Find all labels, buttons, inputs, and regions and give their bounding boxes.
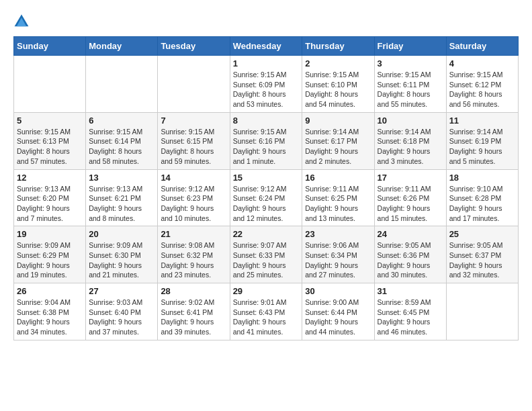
calendar-cell: 20Sunrise: 9:09 AM Sunset: 6:30 PM Dayli…	[86, 226, 158, 283]
calendar-cell: 11Sunrise: 9:14 AM Sunset: 6:19 PM Dayli…	[446, 112, 518, 169]
day-info: Sunrise: 9:11 AM Sunset: 6:26 PM Dayligh…	[378, 184, 443, 224]
day-number: 4	[449, 58, 515, 68]
calendar-cell: 27Sunrise: 9:03 AM Sunset: 6:40 PM Dayli…	[86, 283, 158, 340]
day-info: Sunrise: 9:15 AM Sunset: 6:10 PM Dayligh…	[305, 70, 371, 109]
calendar-cell: 12Sunrise: 9:13 AM Sunset: 6:20 PM Dayli…	[14, 169, 86, 226]
weekday-header-thursday: Thursday	[302, 37, 374, 56]
day-number: 7	[161, 116, 226, 126]
calendar-cell: 22Sunrise: 9:07 AM Sunset: 6:33 PM Dayli…	[230, 226, 302, 283]
calendar-cell: 14Sunrise: 9:12 AM Sunset: 6:23 PM Dayli…	[158, 169, 230, 226]
calendar-cell	[86, 56, 158, 113]
day-info: Sunrise: 9:15 AM Sunset: 6:13 PM Dayligh…	[17, 127, 83, 167]
day-info: Sunrise: 9:02 AM Sunset: 6:41 PM Dayligh…	[161, 298, 226, 337]
day-number: 27	[89, 286, 154, 296]
day-number: 1	[233, 58, 300, 68]
day-number: 5	[17, 116, 83, 126]
day-info: Sunrise: 9:07 AM Sunset: 6:33 PM Dayligh…	[233, 240, 300, 280]
calendar-cell: 21Sunrise: 9:08 AM Sunset: 6:32 PM Dayli…	[158, 226, 230, 283]
day-info: Sunrise: 9:14 AM Sunset: 6:19 PM Dayligh…	[449, 127, 515, 167]
day-info: Sunrise: 9:12 AM Sunset: 6:24 PM Dayligh…	[233, 184, 300, 224]
day-number: 8	[233, 116, 300, 126]
calendar-cell: 5Sunrise: 9:15 AM Sunset: 6:13 PM Daylig…	[14, 112, 86, 169]
week-row-1: 1Sunrise: 9:15 AM Sunset: 6:09 PM Daylig…	[14, 56, 519, 113]
day-number: 28	[161, 286, 226, 296]
weekday-header-saturday: Saturday	[446, 37, 518, 56]
calendar-cell	[158, 56, 230, 113]
calendar-cell: 9Sunrise: 9:14 AM Sunset: 6:17 PM Daylig…	[302, 112, 374, 169]
calendar-cell: 28Sunrise: 9:02 AM Sunset: 6:41 PM Dayli…	[158, 283, 230, 340]
day-number: 19	[17, 229, 83, 239]
day-number: 29	[233, 286, 300, 296]
day-number: 26	[17, 286, 83, 296]
logo-icon	[13, 13, 30, 30]
calendar-cell: 19Sunrise: 9:09 AM Sunset: 6:29 PM Dayli…	[14, 226, 86, 283]
calendar-cell: 4Sunrise: 9:15 AM Sunset: 6:12 PM Daylig…	[446, 56, 518, 113]
weekday-header-monday: Monday	[86, 37, 158, 56]
day-number: 6	[89, 116, 154, 126]
day-info: Sunrise: 9:15 AM Sunset: 6:16 PM Dayligh…	[233, 127, 300, 167]
day-number: 15	[233, 173, 300, 183]
calendar-cell	[446, 283, 518, 340]
calendar-cell: 30Sunrise: 9:00 AM Sunset: 6:44 PM Dayli…	[302, 283, 374, 340]
day-number: 14	[161, 173, 226, 183]
day-info: Sunrise: 9:15 AM Sunset: 6:09 PM Dayligh…	[233, 70, 300, 109]
day-number: 11	[449, 116, 515, 126]
calendar-cell: 8Sunrise: 9:15 AM Sunset: 6:16 PM Daylig…	[230, 112, 302, 169]
calendar-cell: 6Sunrise: 9:15 AM Sunset: 6:14 PM Daylig…	[86, 112, 158, 169]
calendar-cell: 16Sunrise: 9:11 AM Sunset: 6:25 PM Dayli…	[302, 169, 374, 226]
day-info: Sunrise: 9:14 AM Sunset: 6:18 PM Dayligh…	[378, 127, 443, 167]
header	[13, 13, 519, 30]
logo	[13, 13, 32, 30]
calendar-cell: 23Sunrise: 9:06 AM Sunset: 6:34 PM Dayli…	[302, 226, 374, 283]
weekday-header-row: SundayMondayTuesdayWednesdayThursdayFrid…	[14, 37, 519, 56]
week-row-4: 19Sunrise: 9:09 AM Sunset: 6:29 PM Dayli…	[14, 226, 519, 283]
day-info: Sunrise: 9:14 AM Sunset: 6:17 PM Dayligh…	[305, 127, 371, 167]
day-info: Sunrise: 9:12 AM Sunset: 6:23 PM Dayligh…	[161, 184, 226, 224]
day-number: 30	[305, 286, 371, 296]
calendar: SundayMondayTuesdayWednesdayThursdayFrid…	[13, 36, 519, 340]
calendar-cell: 31Sunrise: 8:59 AM Sunset: 6:45 PM Dayli…	[374, 283, 446, 340]
day-info: Sunrise: 9:06 AM Sunset: 6:34 PM Dayligh…	[305, 240, 371, 280]
calendar-cell: 13Sunrise: 9:13 AM Sunset: 6:21 PM Dayli…	[86, 169, 158, 226]
day-info: Sunrise: 9:05 AM Sunset: 6:36 PM Dayligh…	[378, 240, 443, 280]
day-number: 10	[378, 116, 443, 126]
day-number: 20	[89, 229, 154, 239]
day-info: Sunrise: 9:10 AM Sunset: 6:28 PM Dayligh…	[449, 184, 515, 224]
day-info: Sunrise: 9:15 AM Sunset: 6:12 PM Dayligh…	[449, 70, 515, 109]
weekday-header-tuesday: Tuesday	[158, 37, 230, 56]
day-number: 23	[305, 229, 371, 239]
day-info: Sunrise: 9:01 AM Sunset: 6:43 PM Dayligh…	[233, 298, 300, 337]
day-info: Sunrise: 9:08 AM Sunset: 6:32 PM Dayligh…	[161, 240, 226, 280]
calendar-cell: 15Sunrise: 9:12 AM Sunset: 6:24 PM Dayli…	[230, 169, 302, 226]
day-number: 9	[305, 116, 371, 126]
day-info: Sunrise: 9:15 AM Sunset: 6:14 PM Dayligh…	[89, 127, 154, 167]
day-number: 25	[449, 229, 515, 239]
day-info: Sunrise: 9:09 AM Sunset: 6:30 PM Dayligh…	[89, 240, 154, 280]
calendar-cell: 25Sunrise: 9:05 AM Sunset: 6:37 PM Dayli…	[446, 226, 518, 283]
day-info: Sunrise: 9:03 AM Sunset: 6:40 PM Dayligh…	[89, 298, 154, 337]
week-row-3: 12Sunrise: 9:13 AM Sunset: 6:20 PM Dayli…	[14, 169, 519, 226]
day-number: 16	[305, 173, 371, 183]
calendar-cell: 3Sunrise: 9:15 AM Sunset: 6:11 PM Daylig…	[374, 56, 446, 113]
calendar-cell: 2Sunrise: 9:15 AM Sunset: 6:10 PM Daylig…	[302, 56, 374, 113]
day-number: 31	[378, 286, 443, 296]
day-number: 12	[17, 173, 83, 183]
week-row-5: 26Sunrise: 9:04 AM Sunset: 6:38 PM Dayli…	[14, 283, 519, 340]
day-info: Sunrise: 9:15 AM Sunset: 6:15 PM Dayligh…	[161, 127, 226, 167]
weekday-header-friday: Friday	[374, 37, 446, 56]
weekday-header-sunday: Sunday	[14, 37, 86, 56]
day-info: Sunrise: 9:00 AM Sunset: 6:44 PM Dayligh…	[305, 298, 371, 337]
day-info: Sunrise: 9:13 AM Sunset: 6:20 PM Dayligh…	[17, 184, 83, 224]
calendar-cell: 29Sunrise: 9:01 AM Sunset: 6:43 PM Dayli…	[230, 283, 302, 340]
day-info: Sunrise: 9:15 AM Sunset: 6:11 PM Dayligh…	[378, 70, 443, 109]
week-row-2: 5Sunrise: 9:15 AM Sunset: 6:13 PM Daylig…	[14, 112, 519, 169]
day-info: Sunrise: 9:09 AM Sunset: 6:29 PM Dayligh…	[17, 240, 83, 280]
weekday-header-wednesday: Wednesday	[230, 37, 302, 56]
day-info: Sunrise: 9:13 AM Sunset: 6:21 PM Dayligh…	[89, 184, 154, 224]
day-info: Sunrise: 9:05 AM Sunset: 6:37 PM Dayligh…	[449, 240, 515, 280]
day-number: 18	[449, 173, 515, 183]
day-number: 3	[378, 58, 443, 68]
calendar-cell: 1Sunrise: 9:15 AM Sunset: 6:09 PM Daylig…	[230, 56, 302, 113]
calendar-cell	[14, 56, 86, 113]
calendar-cell: 26Sunrise: 9:04 AM Sunset: 6:38 PM Dayli…	[14, 283, 86, 340]
